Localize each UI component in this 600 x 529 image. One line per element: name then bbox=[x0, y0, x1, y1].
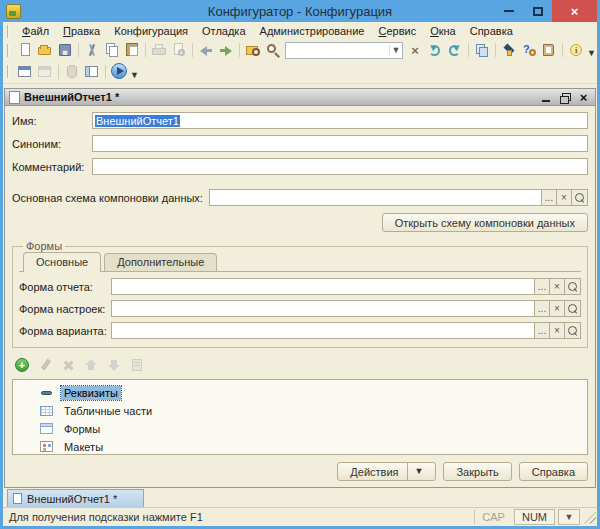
titlebar: Конфигуратор - Конфигурация × bbox=[3, 0, 597, 22]
comment-input[interactable] bbox=[92, 158, 588, 175]
toolbar-overflow-button[interactable]: ▼ bbox=[130, 70, 139, 80]
edit-button[interactable] bbox=[35, 356, 55, 374]
form-field-input[interactable] bbox=[111, 322, 535, 339]
move-up-button[interactable] bbox=[81, 356, 101, 374]
new-document-button[interactable] bbox=[15, 41, 35, 59]
actions-button[interactable]: Действия ▼ bbox=[337, 462, 436, 481]
print-preview-icon bbox=[171, 42, 187, 58]
copy-button[interactable] bbox=[102, 41, 122, 59]
window-tab-bar: ВнешнийОтчет1 * bbox=[3, 488, 597, 508]
syntax-check-button[interactable] bbox=[499, 41, 519, 59]
find-button[interactable] bbox=[243, 41, 263, 59]
menu-item-8[interactable]: Справка bbox=[463, 23, 520, 39]
name-input[interactable]: ВнешнийОтчет1 bbox=[92, 112, 588, 129]
clear-search-button[interactable]: × bbox=[405, 41, 425, 59]
magnifier-button[interactable] bbox=[565, 278, 581, 295]
dcs-input[interactable] bbox=[209, 189, 542, 206]
magnifier-icon bbox=[567, 325, 578, 336]
window-title: Конфигуратор - Конфигурация bbox=[3, 4, 597, 19]
find-icon bbox=[245, 42, 261, 58]
table-window-button[interactable] bbox=[82, 63, 102, 81]
magnifier-button[interactable] bbox=[565, 300, 581, 317]
menu-item-1[interactable]: Файл bbox=[15, 23, 56, 39]
print-preview-button[interactable] bbox=[169, 41, 189, 59]
editor-minimize-button[interactable] bbox=[538, 91, 553, 104]
search-input[interactable] bbox=[286, 44, 389, 57]
tab-2[interactable]: Дополнительные bbox=[104, 253, 217, 271]
paste-icon bbox=[124, 42, 140, 58]
clear-button[interactable]: × bbox=[550, 322, 565, 339]
editor-close-button[interactable]: × bbox=[576, 91, 591, 104]
config-window-button[interactable] bbox=[15, 63, 35, 81]
menu-item-5[interactable]: Администрирование bbox=[253, 23, 372, 39]
zoom-button[interactable] bbox=[263, 41, 283, 59]
window-gray-button[interactable] bbox=[35, 63, 55, 81]
help-button[interactable]: Справка bbox=[519, 462, 588, 481]
metadata-tree: РеквизитыТабличные частиФормыМакеты bbox=[12, 379, 588, 455]
undo-button[interactable] bbox=[196, 41, 216, 59]
editor-restore-button[interactable] bbox=[557, 91, 572, 104]
status-bar: Для получения подсказки нажмите F1 CAP N… bbox=[3, 508, 597, 526]
save-button[interactable] bbox=[55, 41, 75, 59]
methods-book-button[interactable] bbox=[539, 41, 559, 59]
menu-item-2[interactable]: Правка bbox=[56, 23, 107, 39]
magnifier-icon bbox=[574, 192, 585, 203]
paste-button[interactable] bbox=[122, 41, 142, 59]
menu-item-4[interactable]: Отладка bbox=[195, 23, 252, 39]
form-field-label: Форма отчета: bbox=[19, 281, 111, 293]
magnifier-button[interactable] bbox=[572, 189, 588, 206]
menu-item-7[interactable]: Окна bbox=[423, 23, 463, 39]
toolbar-separator bbox=[562, 43, 563, 57]
open-dcs-label: Открыть схему компоновки данных bbox=[395, 217, 575, 229]
menu-item-3[interactable]: Конфигурация bbox=[107, 23, 195, 39]
clear-button[interactable]: × bbox=[557, 189, 572, 206]
resize-grip[interactable] bbox=[583, 511, 596, 524]
form-field-label: Форма варианта: bbox=[19, 325, 111, 337]
tree-item-attributes[interactable]: Реквизиты bbox=[13, 384, 587, 402]
cut-button[interactable] bbox=[82, 41, 102, 59]
taskbar-tab-1[interactable]: ВнешнийОтчет1 * bbox=[7, 489, 144, 507]
name-row: Имя: ВнешнийОтчет1 bbox=[12, 112, 588, 129]
toolbar-search: ▼ bbox=[285, 42, 403, 59]
tree-item-forms[interactable]: Формы bbox=[13, 420, 587, 438]
toolbar-separator bbox=[145, 43, 146, 57]
magnifier-button[interactable] bbox=[565, 322, 581, 339]
start-debug-button[interactable] bbox=[109, 63, 129, 81]
synonym-input[interactable] bbox=[92, 135, 588, 152]
ellipsis-button[interactable]: ... bbox=[535, 322, 550, 339]
help-search-button[interactable] bbox=[519, 41, 539, 59]
delete-button[interactable] bbox=[58, 356, 78, 374]
tree-item-tabular-sections[interactable]: Табличные части bbox=[13, 402, 587, 420]
close-editor-button[interactable]: Закрыть bbox=[443, 462, 511, 481]
move-down-button[interactable] bbox=[104, 356, 124, 374]
clear-button[interactable]: × bbox=[550, 300, 565, 317]
windows-button[interactable] bbox=[472, 41, 492, 59]
tree-item-templates[interactable]: Макеты bbox=[13, 438, 587, 455]
statusbar-dropdown-button[interactable]: ▼ bbox=[558, 509, 580, 525]
back-button[interactable] bbox=[425, 41, 445, 59]
actions-label: Действия bbox=[350, 466, 398, 478]
redo-button[interactable] bbox=[216, 41, 236, 59]
ellipsis-button[interactable]: ... bbox=[535, 278, 550, 295]
comment-row: Комментарий: bbox=[12, 158, 588, 175]
editor-title: ВнешнийОтчет1 * bbox=[24, 91, 119, 103]
tab-1[interactable]: Основные bbox=[23, 252, 101, 272]
form-field-input[interactable] bbox=[111, 278, 535, 295]
form-field-input[interactable] bbox=[111, 300, 535, 317]
search-dropdown-icon[interactable]: ▼ bbox=[389, 45, 402, 55]
clear-button[interactable]: × bbox=[550, 278, 565, 295]
print-button[interactable] bbox=[149, 41, 169, 59]
external-report-editor-window: ВнешнийОтчет1 * × Имя: ВнешнийОтчет1 Син… bbox=[4, 88, 596, 488]
menu-item-6[interactable]: Сервис bbox=[371, 23, 423, 39]
ellipsis-button[interactable]: ... bbox=[542, 189, 557, 206]
ellipsis-button[interactable]: ... bbox=[535, 300, 550, 317]
open-button[interactable] bbox=[35, 41, 55, 59]
add-button[interactable] bbox=[12, 356, 32, 374]
forward-button[interactable] bbox=[445, 41, 465, 59]
info-button[interactable] bbox=[566, 41, 586, 59]
database-button[interactable] bbox=[62, 63, 82, 81]
sort-button[interactable] bbox=[127, 356, 147, 374]
open-dcs-button[interactable]: Открыть схему компоновки данных bbox=[382, 213, 588, 232]
toolbar-overflow-button[interactable]: ▼ bbox=[587, 48, 596, 58]
tree-item-label: Макеты bbox=[61, 440, 106, 454]
